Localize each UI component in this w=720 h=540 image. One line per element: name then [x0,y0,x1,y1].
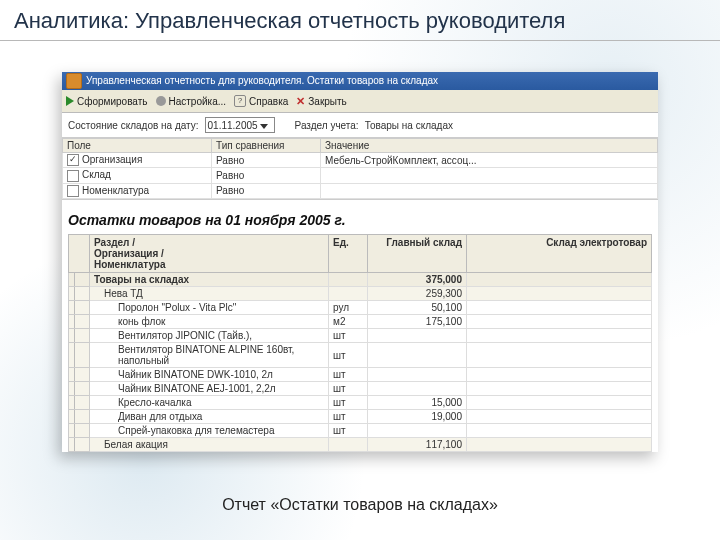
col-w1: Главный склад [368,235,467,273]
window-titlebar: Управленческая отчетность для руководите… [62,72,658,90]
help-button-label: Справка [249,96,288,107]
filters: Поле Тип сравнения Значение ОрганизацияР… [62,138,658,200]
settings-button[interactable]: Настройка... [156,96,227,107]
report-table: Раздел / Организация / Номенклатура Ед. … [68,234,652,452]
report-head-row: Раздел / Организация / Номенклатура Ед. … [69,235,652,273]
outline-gutter[interactable] [69,287,90,301]
filters-head-cmp: Тип сравнения [212,139,321,153]
app-icon [66,73,82,89]
filters-table: Поле Тип сравнения Значение ОрганизацияР… [62,138,658,199]
filters-head-field: Поле [63,139,212,153]
account-value: Товары на складах [365,120,453,131]
report-row: Поролон "Polux - Vita Plc"рул50,100 [69,301,652,315]
filter-row[interactable]: НоменклатураРавно [63,183,658,198]
app-window: Управленческая отчетность для руководите… [62,72,658,452]
params-bar: Состояние складов на дату: 01.11.2005 Ра… [62,113,658,138]
report-row: Нева ТД259,300 [69,287,652,301]
gear-icon [156,96,166,106]
col-name: Раздел / Организация / Номенклатура [90,235,329,273]
outline-gutter[interactable] [69,396,90,410]
outline-gutter[interactable] [69,438,90,452]
report-row: Чайник BINATONE DWK-1010, 2лшт [69,368,652,382]
checkbox-icon[interactable] [67,154,79,166]
slide-footer: Отчет «Остатки товаров на складах» [0,496,720,514]
report-row: Белая акация117,100 [69,438,652,452]
report-row: Вентилятор JIPONIC (Тайв.),шт [69,329,652,343]
col-w2: Склад электротовар [467,235,652,273]
account-label: Раздел учета: [295,120,359,131]
checkbox-icon[interactable] [67,170,79,182]
report-row: Чайник BINATONE AEJ-1001, 2,2лшт [69,382,652,396]
outline-gutter[interactable] [69,315,90,329]
date-value: 01.11.2005 [208,120,258,131]
close-button[interactable]: ✕ Закрыть [296,95,347,108]
filters-head-row: Поле Тип сравнения Значение [63,139,658,153]
report-row: Товары на складах375,000 [69,273,652,287]
outline-gutter[interactable] [69,329,90,343]
outline-gutter[interactable] [69,273,90,287]
slide-title: Аналитика: Управленческая отчетность рук… [0,0,720,41]
report-row: конь флокм2175,100 [69,315,652,329]
close-icon: ✕ [296,95,305,108]
date-label: Состояние складов на дату: [68,120,199,131]
dropdown-icon[interactable] [260,121,269,130]
help-button[interactable]: ? Справка [234,95,288,107]
outline-gutter[interactable] [69,368,90,382]
filter-row[interactable]: СкладРавно [63,168,658,183]
date-input[interactable]: 01.11.2005 [205,117,275,133]
report-body: Остатки товаров на 01 ноября 2005 г. Раз… [62,200,658,452]
play-icon [66,96,74,106]
report-row: Кресло-качалкашт15,000 [69,396,652,410]
window-title-text: Управленческая отчетность для руководите… [86,72,438,90]
outline-gutter[interactable] [69,301,90,315]
help-icon: ? [234,95,246,107]
filters-head-value: Значение [321,139,658,153]
outline-gutter[interactable] [69,382,90,396]
settings-button-label: Настройка... [169,96,227,107]
run-button[interactable]: Сформировать [66,96,148,107]
close-button-label: Закрыть [308,96,347,107]
outline-gutter[interactable] [69,424,90,438]
outline-gutter[interactable] [69,410,90,424]
filter-row[interactable]: ОрганизацияРавноМебель-СтройКомплект, ас… [63,153,658,168]
report-row: Вентилятор BINATONE ALPINE 160вт, наполь… [69,343,652,368]
outline-gutter[interactable] [69,343,90,368]
toolbar: Сформировать Настройка... ? Справка ✕ За… [62,90,658,113]
col-unit: Ед. [329,235,368,273]
checkbox-icon[interactable] [67,185,79,197]
report-title: Остатки товаров на 01 ноября 2005 г. [68,204,652,234]
run-button-label: Сформировать [77,96,148,107]
report-row: Спрей-упаковка для телемастерашт [69,424,652,438]
report-row: Диван для отдыхашт19,000 [69,410,652,424]
